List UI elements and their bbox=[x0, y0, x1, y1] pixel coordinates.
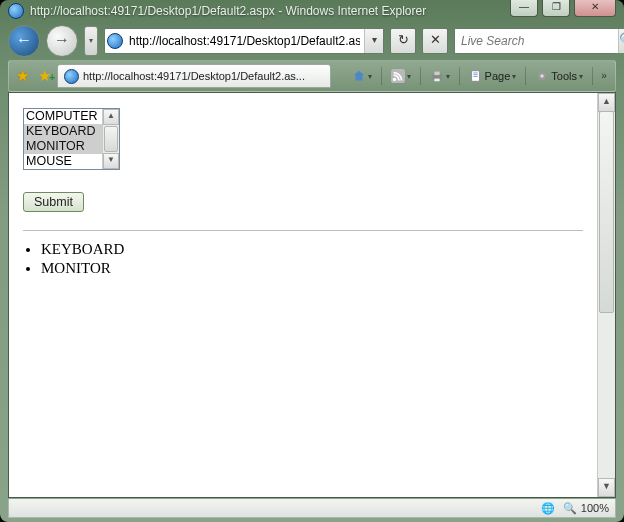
tools-menu-label: Tools bbox=[551, 70, 577, 82]
svg-point-1 bbox=[392, 78, 396, 82]
feeds-button[interactable]: ▾ bbox=[386, 64, 416, 88]
scroll-down-arrow[interactable]: ▼ bbox=[103, 153, 119, 169]
address-dropdown[interactable]: ▾ bbox=[364, 29, 383, 53]
ie-icon bbox=[8, 3, 24, 19]
search-input[interactable] bbox=[455, 29, 618, 53]
zoom-control[interactable]: 🔍 100% bbox=[563, 502, 609, 515]
recent-pages-dropdown[interactable]: ▾ bbox=[84, 26, 98, 56]
toolbar-separator bbox=[381, 67, 382, 85]
nav-row: ← → ▾ ▾ ↻ ✕ 🔍 ▾ bbox=[8, 26, 616, 56]
svg-rect-3 bbox=[434, 72, 439, 76]
close-button[interactable]: ✕ bbox=[574, 0, 616, 17]
stop-button[interactable]: ✕ bbox=[422, 28, 448, 54]
back-button[interactable]: ← bbox=[8, 25, 40, 57]
toolbar-row: ★ ★ http://localhost:49171/Desktop1/Defa… bbox=[8, 60, 616, 92]
page-icon bbox=[469, 69, 483, 83]
client-area: COMPUTERKEYBOARDMONITORMOUSE ▲ ▼ Submit … bbox=[8, 92, 616, 498]
forward-button[interactable]: → bbox=[46, 25, 78, 57]
result-item: KEYBOARD bbox=[41, 241, 583, 258]
toolbar-separator bbox=[459, 67, 460, 85]
page-scrollbar[interactable]: ▲ ▼ bbox=[597, 93, 615, 497]
rss-icon bbox=[391, 69, 405, 83]
zone-icon: 🌐 bbox=[541, 502, 555, 515]
scroll-thumb[interactable] bbox=[599, 111, 614, 313]
zoom-value: 100% bbox=[581, 502, 609, 514]
divider bbox=[23, 230, 583, 231]
add-favorite-icon[interactable]: ★ bbox=[35, 67, 53, 85]
tools-menu-button[interactable]: Tools▾ bbox=[530, 64, 588, 88]
search-button[interactable]: 🔍 bbox=[618, 29, 624, 53]
favorites-icon[interactable]: ★ bbox=[13, 67, 31, 85]
listbox-scrollbar[interactable]: ▲ ▼ bbox=[102, 109, 119, 169]
print-button[interactable]: ▾ bbox=[425, 64, 455, 88]
print-icon bbox=[430, 69, 444, 83]
scroll-thumb[interactable] bbox=[104, 126, 118, 152]
window-buttons: — ❐ ✕ bbox=[510, 0, 616, 17]
toolbar-separator bbox=[592, 67, 593, 85]
home-button[interactable]: ▾ bbox=[347, 64, 377, 88]
browser-window: http://localhost:49171/Desktop1/Default2… bbox=[0, 0, 624, 522]
result-item: MONITOR bbox=[41, 260, 583, 277]
minimize-button[interactable]: — bbox=[510, 0, 538, 17]
listbox-option[interactable]: KEYBOARD bbox=[24, 124, 102, 139]
status-bar: 🌐 🔍 100% bbox=[8, 499, 616, 518]
submit-button[interactable]: Submit bbox=[23, 192, 84, 212]
zoom-icon: 🔍 bbox=[563, 502, 577, 515]
svg-point-10 bbox=[541, 74, 545, 78]
browser-tab[interactable]: http://localhost:49171/Desktop1/Default2… bbox=[57, 64, 331, 88]
refresh-button[interactable]: ↻ bbox=[390, 28, 416, 54]
scroll-up-arrow[interactable]: ▲ bbox=[598, 93, 615, 112]
home-icon bbox=[352, 69, 366, 83]
scroll-up-arrow[interactable]: ▲ bbox=[103, 109, 119, 125]
page-body: COMPUTERKEYBOARDMONITORMOUSE ▲ ▼ Submit … bbox=[9, 93, 597, 497]
toolbar-separator bbox=[420, 67, 421, 85]
svg-rect-8 bbox=[473, 76, 477, 77]
address-input[interactable] bbox=[125, 29, 364, 53]
items-select[interactable]: COMPUTERKEYBOARDMONITORMOUSE bbox=[24, 109, 102, 169]
window-title: http://localhost:49171/Desktop1/Default2… bbox=[30, 4, 426, 18]
address-bar: ▾ bbox=[104, 28, 384, 54]
search-bar: 🔍 ▾ bbox=[454, 28, 616, 54]
ie-icon bbox=[107, 33, 123, 49]
results-list: KEYBOARDMONITOR bbox=[41, 241, 583, 277]
toolbar-overflow[interactable]: » bbox=[597, 65, 611, 87]
ie-icon bbox=[64, 69, 79, 84]
svg-rect-7 bbox=[473, 74, 477, 75]
svg-rect-4 bbox=[434, 79, 439, 82]
items-listbox: COMPUTERKEYBOARDMONITORMOUSE ▲ ▼ bbox=[23, 108, 120, 170]
svg-rect-6 bbox=[473, 73, 477, 74]
tab-label: http://localhost:49171/Desktop1/Default2… bbox=[83, 70, 305, 82]
gear-icon bbox=[535, 69, 549, 83]
address-favicon bbox=[105, 29, 125, 53]
svg-rect-0 bbox=[391, 69, 405, 83]
toolbar-separator bbox=[525, 67, 526, 85]
scroll-down-arrow[interactable]: ▼ bbox=[598, 478, 615, 497]
listbox-option[interactable]: MOUSE bbox=[24, 154, 102, 169]
page-menu-label: Page bbox=[485, 70, 511, 82]
maximize-button[interactable]: ❐ bbox=[542, 0, 570, 17]
listbox-option[interactable]: COMPUTER bbox=[24, 109, 102, 124]
page-menu-button[interactable]: Page▾ bbox=[464, 64, 522, 88]
listbox-option[interactable]: MONITOR bbox=[24, 139, 102, 154]
